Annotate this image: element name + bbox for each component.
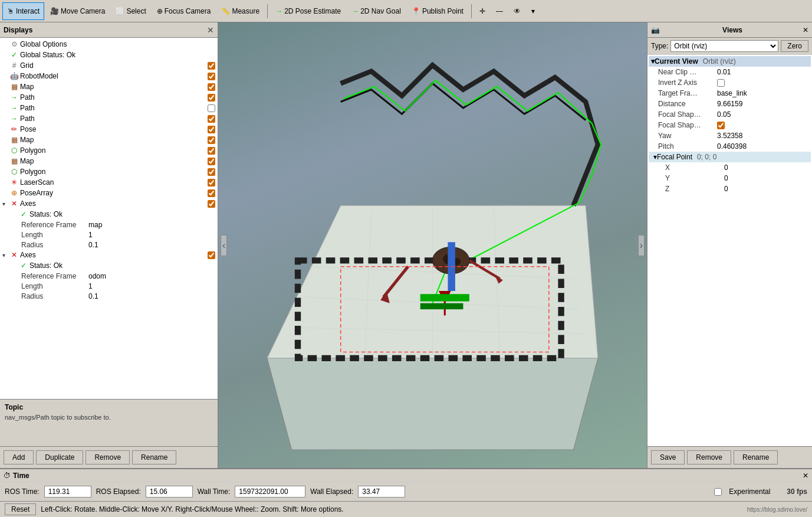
tree-item-polygon2[interactable]: ⬡Polygon xyxy=(1,166,216,177)
item-label-path2: Path xyxy=(20,104,205,112)
focal-point-label: Focal Point xyxy=(657,153,692,161)
focal-point-header[interactable]: ▾ Focal Point 0; 0; 0 xyxy=(649,152,811,162)
near-clip-row: Near Clip … 0.01 xyxy=(649,67,811,77)
tree-item-pose-array[interactable]: ⊕PoseArray xyxy=(1,188,216,198)
views-remove-button[interactable]: Remove xyxy=(687,450,731,464)
duplicate-button[interactable]: Duplicate xyxy=(36,450,83,464)
nav-goal-button[interactable]: → 2D Nav Goal xyxy=(347,2,406,20)
item-checkbox-map1[interactable] xyxy=(208,83,215,91)
publish-point-button[interactable]: 📍 Publish Point xyxy=(407,2,468,20)
displays-tree[interactable]: ⚙Global Options✓Global Status: Ok#Grid🤖R… xyxy=(0,38,218,399)
tree-item-pose[interactable]: ✏Pose xyxy=(1,124,216,135)
item-checkbox-map3[interactable] xyxy=(208,158,215,165)
tree-item-axes2-status[interactable]: ✓Status: Ok xyxy=(1,260,216,271)
move-camera-button[interactable]: 🎥 Move Camera xyxy=(45,2,110,20)
item-icon-axes1-status: ✓ xyxy=(19,210,28,218)
minus-icon-button[interactable]: — xyxy=(491,2,508,20)
item-label-path1: Path xyxy=(20,93,205,102)
pose-estimate-button[interactable]: → 2D Pose Estimate xyxy=(271,2,346,20)
eye-icon-button[interactable]: 👁 xyxy=(509,2,525,20)
views-tree[interactable]: ▾ Current View Orbit (rviz) Near Clip … … xyxy=(647,55,812,446)
item-label-grid: Grid xyxy=(20,61,205,70)
invert-z-row: Invert Z Axis xyxy=(649,77,811,88)
chevron-down-icon: ▾ xyxy=(531,7,535,15)
focal-shape2-checkbox[interactable] xyxy=(717,122,725,129)
tree-item-laser-scan[interactable]: ✳LaserScan xyxy=(1,177,216,188)
displays-close-button[interactable]: ✕ xyxy=(207,25,214,35)
tree-item-global-options[interactable]: ⚙Global Options xyxy=(1,39,216,50)
select-button[interactable]: ⬜ Select xyxy=(111,2,150,20)
focal-y-row: Y 0 xyxy=(649,173,811,184)
tree-item-global-status[interactable]: ✓Global Status: Ok xyxy=(1,50,216,60)
current-view-header[interactable]: ▾ Current View Orbit (rviz) xyxy=(649,56,811,67)
distance-label: Distance xyxy=(658,100,717,108)
views-zero-button[interactable]: Zero xyxy=(781,40,808,52)
item-checkbox-path3[interactable] xyxy=(208,115,215,123)
tree-item-axes1[interactable]: ▾✕Axes xyxy=(1,198,216,209)
scroll-right-arrow[interactable]: › xyxy=(638,235,645,256)
item-label-pose-array: PoseArray xyxy=(20,189,205,197)
focus-camera-icon: ⊕ xyxy=(157,7,163,15)
rename-button[interactable]: Rename xyxy=(132,450,176,464)
experimental-checkbox[interactable] xyxy=(714,488,722,496)
item-icon-axes1: ✕ xyxy=(9,199,19,208)
measure-button[interactable]: 📏 Measure xyxy=(216,2,264,20)
move-icon-button[interactable]: ✛ xyxy=(475,2,490,20)
focal-y-label: Y xyxy=(665,174,724,182)
views-save-button[interactable]: Save xyxy=(651,450,685,464)
focal-shape1-label: Focal Shap… xyxy=(658,110,717,119)
item-checkbox-map2[interactable] xyxy=(208,136,215,144)
tree-item-polygon1[interactable]: ⬡Polygon xyxy=(1,145,216,156)
focal-shape1-row: Focal Shap… 0.05 xyxy=(649,109,811,120)
item-checkbox-robot-model[interactable] xyxy=(208,73,215,80)
tree-item-map2[interactable]: ▦Map xyxy=(1,135,216,145)
item-checkbox-path1[interactable] xyxy=(208,94,215,102)
item-checkbox-pose[interactable] xyxy=(208,126,215,133)
reset-button[interactable]: Reset xyxy=(5,503,36,515)
time-row: ROS Time: 119.31 ROS Elapsed: 15.06 Wall… xyxy=(0,482,812,501)
views-type-select[interactable]: Orbit (rviz) xyxy=(670,40,778,52)
item-checkbox-grid[interactable] xyxy=(208,62,215,70)
item-checkbox-path2[interactable] xyxy=(208,104,215,112)
expand-arrow-axes2: ▾ xyxy=(2,252,9,258)
prop-row-axes1-ref: Reference Framemap xyxy=(1,220,216,230)
focal-x-label: X xyxy=(665,163,724,172)
interact-button[interactable]: 🖱 Interact xyxy=(2,2,44,20)
measure-label: Measure xyxy=(232,7,259,15)
toolbar-sep-2 xyxy=(471,4,472,18)
tree-item-path2[interactable]: →Path xyxy=(1,103,216,113)
item-icon-map3: ▦ xyxy=(9,157,19,165)
tree-item-map1[interactable]: ▦Map xyxy=(1,81,216,92)
item-checkbox-laser-scan[interactable] xyxy=(208,179,215,186)
focus-camera-button[interactable]: ⊕ Focus Camera xyxy=(152,2,216,20)
item-checkbox-axes2[interactable] xyxy=(208,251,215,259)
viewport[interactable]: ‹ › xyxy=(218,22,647,468)
remove-button[interactable]: Remove xyxy=(86,450,130,464)
left-panel: Displays ✕ ⚙Global Options✓Global Status… xyxy=(0,22,218,468)
tree-item-axes2[interactable]: ▾✕Axes xyxy=(1,250,216,260)
scroll-left-arrow[interactable]: ‹ xyxy=(221,235,227,256)
invert-z-checkbox[interactable] xyxy=(717,79,725,87)
tree-item-path3[interactable]: →Path xyxy=(1,113,216,124)
displays-title: Displays xyxy=(4,26,32,34)
item-checkbox-axes1[interactable] xyxy=(208,200,215,208)
focal-y-value: 0 xyxy=(724,174,808,182)
tree-item-axes1-status[interactable]: ✓Status: Ok xyxy=(1,209,216,220)
item-checkbox-polygon1[interactable] xyxy=(208,147,215,155)
chevron-down-button[interactable]: ▾ xyxy=(527,2,540,20)
add-button[interactable]: Add xyxy=(4,450,34,464)
views-close-button[interactable]: ✕ xyxy=(803,26,808,34)
item-icon-pose: ✏ xyxy=(9,125,19,133)
tree-item-grid[interactable]: #Grid xyxy=(1,60,216,71)
views-rename-button[interactable]: Rename xyxy=(734,450,778,464)
item-checkbox-pose-array[interactable] xyxy=(208,189,215,197)
tree-item-robot-model[interactable]: 🤖RobotModel xyxy=(1,71,216,81)
item-label-map3: Map xyxy=(20,157,205,165)
time-close-button[interactable]: ✕ xyxy=(803,472,808,480)
item-checkbox-polygon2[interactable] xyxy=(208,168,215,176)
tree-item-path1[interactable]: →Path xyxy=(1,92,216,103)
item-icon-polygon2: ⬡ xyxy=(9,168,19,176)
tree-item-map3[interactable]: ▦Map xyxy=(1,156,216,166)
eye-icon: 👁 xyxy=(514,7,521,15)
item-icon-axes2-status: ✓ xyxy=(19,261,28,270)
